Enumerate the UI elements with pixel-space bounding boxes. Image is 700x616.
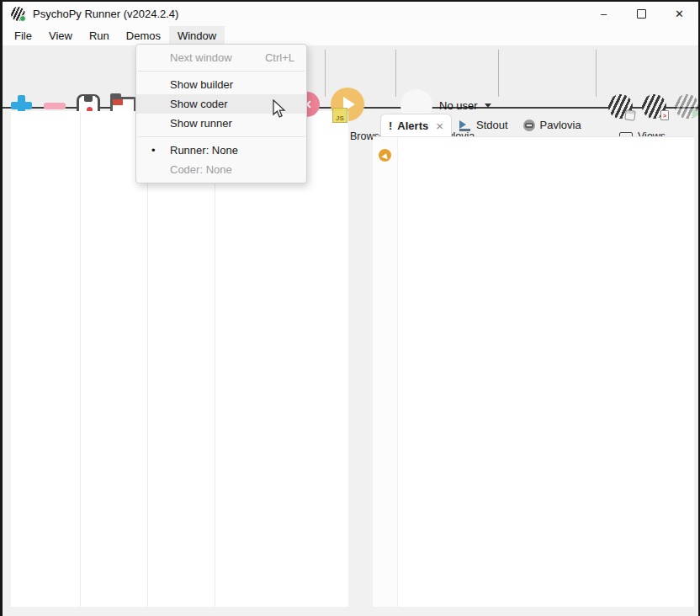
alert-level-icon[interactable] — [379, 149, 391, 162]
menu-view[interactable]: View — [40, 26, 81, 45]
maximize-button[interactable] — [623, 2, 660, 26]
menu-run[interactable]: Run — [81, 26, 118, 45]
menu-demos[interactable]: Demos — [118, 26, 169, 45]
pavlovia-icon — [523, 119, 535, 131]
menu-item-coder-none: Coder: None — [136, 160, 306, 179]
alerts-panel-body — [373, 136, 694, 608]
maximize-icon — [637, 9, 646, 19]
bullet-icon: • — [151, 141, 156, 160]
menu-separator — [138, 71, 305, 72]
menu-file[interactable]: File — [6, 26, 40, 45]
toolbar-separator — [395, 50, 396, 97]
remove-task-button[interactable] — [44, 103, 66, 109]
chevron-down-icon[interactable] — [485, 104, 491, 108]
menu-bar: File View Run Demos Window — [3, 26, 698, 45]
window-controls: – ✕ — [585, 2, 698, 26]
menu-separator — [138, 136, 305, 137]
status-strip — [3, 607, 698, 616]
title-bar: PsychoPy Runner (v2024.2.4) – ✕ — [3, 2, 698, 26]
task-list-panel[interactable] — [11, 111, 348, 608]
close-button[interactable]: ✕ — [660, 2, 698, 26]
tab-bar: ! Alerts × Stdout Pavlovia — [373, 114, 694, 136]
column-divider — [215, 111, 215, 608]
toolbar-separator — [498, 50, 499, 97]
mouse-cursor — [272, 99, 287, 119]
toolbar: Manage list ✕ p JS Browser No user Pavlo… — [3, 45, 698, 109]
tab-pavlovia[interactable]: Pavlovia — [516, 114, 589, 136]
column-divider — [80, 111, 81, 608]
menu-item-runner-none[interactable]: • Runner: None — [136, 141, 306, 160]
column-divider — [147, 111, 148, 608]
shortcut-label: Ctrl+L — [265, 48, 294, 67]
tab-close-icon[interactable]: × — [436, 119, 443, 133]
toolbar-separator — [596, 50, 597, 97]
js-badge-icon: JS — [332, 108, 347, 123]
user-name-label[interactable]: No user — [439, 99, 478, 112]
menu-item-show-builder[interactable]: Show builder — [136, 75, 306, 94]
tab-alerts[interactable]: ! Alerts × — [380, 114, 452, 136]
output-panel: ! Alerts × Stdout Pavlovia — [373, 114, 694, 608]
window-title: PsychoPy Runner (v2024.2.4) — [33, 8, 178, 20]
menu-item-next-window: Next window Ctrl+L — [136, 48, 306, 67]
menu-window[interactable]: Window — [169, 26, 225, 45]
alerts-icon-strip — [373, 137, 398, 608]
psychopy-logo-icon — [11, 7, 25, 21]
psychopy-runner-window: PsychoPy Runner (v2024.2.4) – ✕ File Vie… — [0, 0, 700, 616]
tab-stdout[interactable]: Stdout — [452, 114, 516, 136]
toolbar-separator — [325, 50, 326, 97]
minimize-button[interactable]: – — [585, 2, 623, 26]
terminal-icon — [459, 120, 471, 130]
exclamation-icon: ! — [389, 119, 392, 132]
